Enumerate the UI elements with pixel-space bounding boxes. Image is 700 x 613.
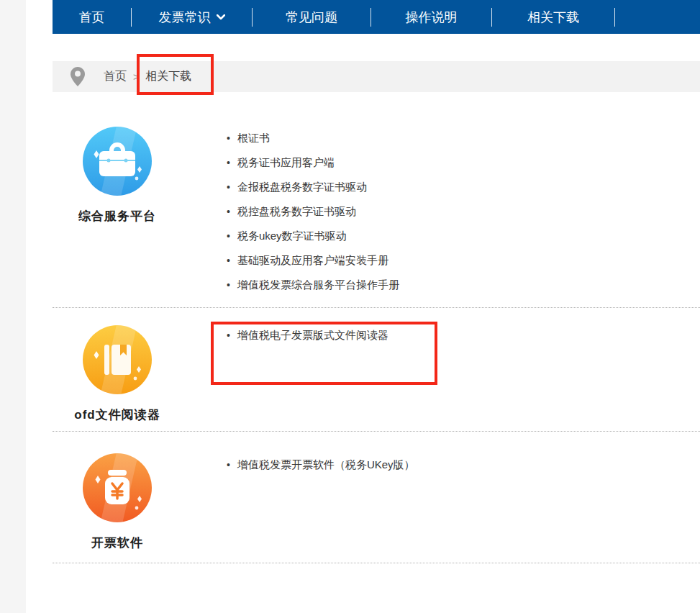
section-title: 开票软件 bbox=[91, 535, 143, 551]
download-link[interactable]: 增值税发票开票软件（税务UKey版） bbox=[227, 453, 415, 477]
section-title: 综合服务平台 bbox=[78, 208, 156, 224]
download-list-invoicing-software: 增值税发票开票软件（税务UKey版） bbox=[227, 432, 415, 563]
nav-item-3[interactable]: 常见问题 bbox=[253, 0, 371, 34]
nav-item-label: 常见问题 bbox=[286, 9, 337, 26]
chevron-down-icon bbox=[217, 14, 225, 20]
download-link[interactable]: 根证书 bbox=[227, 126, 399, 150]
download-link[interactable]: 税控盘税务数字证书驱动 bbox=[227, 199, 399, 224]
nav-divider bbox=[614, 8, 615, 27]
nav-item-label: 首页 bbox=[79, 9, 105, 26]
nav-item-1[interactable]: 首页 bbox=[53, 0, 131, 34]
nav-item-label: 操作说明 bbox=[406, 9, 458, 26]
download-link[interactable]: 基础驱动及应用客户端安装手册 bbox=[227, 248, 399, 273]
nav-item-label: 相关下载 bbox=[527, 9, 579, 26]
section-service-platform: 综合服务平台 根证书税务证书应用客户端金报税盘税务数字证书驱动税控盘税务数字证书… bbox=[53, 92, 700, 308]
nav-item-2[interactable]: 发票常识 bbox=[132, 0, 252, 34]
download-list-service-platform: 根证书税务证书应用客户端金报税盘税务数字证书驱动税控盘税务数字证书驱动税务uke… bbox=[227, 92, 399, 307]
money-jar-icon bbox=[83, 453, 152, 525]
nav-item-5[interactable]: 相关下载 bbox=[492, 0, 614, 34]
section-title: ofd文件阅读器 bbox=[74, 407, 160, 423]
nav-item-4[interactable]: 操作说明 bbox=[371, 0, 491, 34]
breadcrumb-home-link[interactable]: 首页 bbox=[104, 69, 127, 84]
download-link[interactable]: 税务ukey数字证书驱动 bbox=[227, 224, 399, 248]
page-left-gutter bbox=[0, 0, 26, 613]
location-pin-icon bbox=[71, 67, 85, 86]
briefcase-icon bbox=[83, 127, 152, 199]
download-link[interactable]: 增值税发票综合服务平台操作手册 bbox=[227, 273, 399, 297]
nav-item-label: 发票常识 bbox=[159, 9, 211, 26]
download-link[interactable]: 金报税盘税务数字证书驱动 bbox=[227, 175, 399, 199]
annotation-box-breadcrumb bbox=[137, 54, 214, 95]
book-icon bbox=[83, 325, 152, 397]
top-nav: 首页发票常识常见问题操作说明相关下载 bbox=[53, 0, 700, 34]
section-invoicing-software: 开票软件 增值税发票开票软件（税务UKey版） bbox=[53, 432, 700, 563]
annotation-box-ofd-reader-item bbox=[211, 322, 437, 385]
download-link[interactable]: 税务证书应用客户端 bbox=[227, 150, 399, 175]
